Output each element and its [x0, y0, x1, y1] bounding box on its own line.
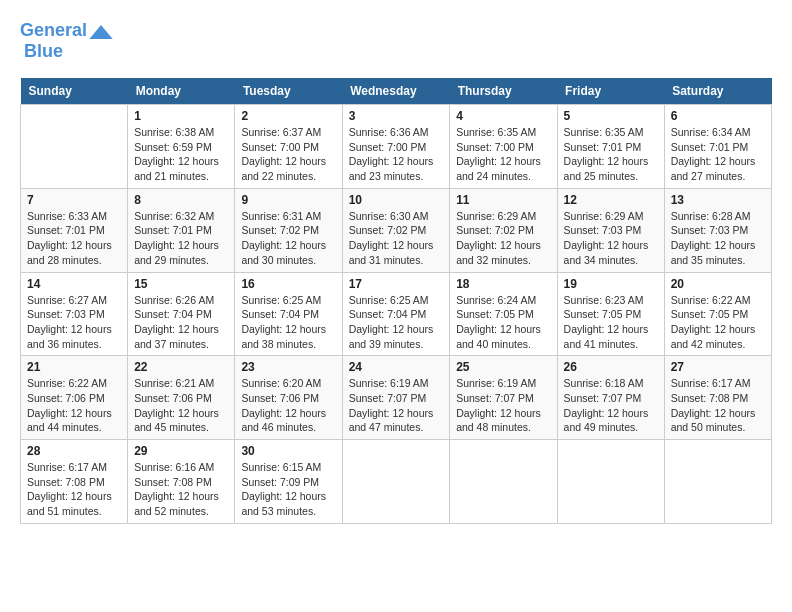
calendar-cell: 20Sunrise: 6:22 AM Sunset: 7:05 PM Dayli…	[664, 272, 771, 356]
day-info: Sunrise: 6:26 AM Sunset: 7:04 PM Dayligh…	[134, 293, 228, 352]
calendar-cell: 28Sunrise: 6:17 AM Sunset: 7:08 PM Dayli…	[21, 440, 128, 524]
calendar-cell: 9Sunrise: 6:31 AM Sunset: 7:02 PM Daylig…	[235, 188, 342, 272]
day-number: 23	[241, 360, 335, 374]
day-info: Sunrise: 6:35 AM Sunset: 7:01 PM Dayligh…	[564, 125, 658, 184]
day-number: 8	[134, 193, 228, 207]
day-number: 22	[134, 360, 228, 374]
day-info: Sunrise: 6:23 AM Sunset: 7:05 PM Dayligh…	[564, 293, 658, 352]
calendar-cell: 24Sunrise: 6:19 AM Sunset: 7:07 PM Dayli…	[342, 356, 450, 440]
day-number: 26	[564, 360, 658, 374]
day-info: Sunrise: 6:30 AM Sunset: 7:02 PM Dayligh…	[349, 209, 444, 268]
logo-blue-text: Blue	[24, 41, 63, 61]
day-number: 17	[349, 277, 444, 291]
calendar-cell	[557, 440, 664, 524]
calendar-table: SundayMondayTuesdayWednesdayThursdayFrid…	[20, 78, 772, 524]
page-header: General Blue	[20, 20, 772, 62]
day-number: 28	[27, 444, 121, 458]
column-header-tuesday: Tuesday	[235, 78, 342, 105]
day-number: 10	[349, 193, 444, 207]
day-number: 6	[671, 109, 765, 123]
day-info: Sunrise: 6:28 AM Sunset: 7:03 PM Dayligh…	[671, 209, 765, 268]
column-header-sunday: Sunday	[21, 78, 128, 105]
day-number: 12	[564, 193, 658, 207]
calendar-cell: 21Sunrise: 6:22 AM Sunset: 7:06 PM Dayli…	[21, 356, 128, 440]
day-info: Sunrise: 6:25 AM Sunset: 7:04 PM Dayligh…	[349, 293, 444, 352]
day-number: 13	[671, 193, 765, 207]
calendar-cell: 13Sunrise: 6:28 AM Sunset: 7:03 PM Dayli…	[664, 188, 771, 272]
calendar-cell: 10Sunrise: 6:30 AM Sunset: 7:02 PM Dayli…	[342, 188, 450, 272]
day-number: 9	[241, 193, 335, 207]
day-number: 24	[349, 360, 444, 374]
calendar-cell: 5Sunrise: 6:35 AM Sunset: 7:01 PM Daylig…	[557, 105, 664, 189]
calendar-cell: 26Sunrise: 6:18 AM Sunset: 7:07 PM Dayli…	[557, 356, 664, 440]
calendar-cell: 15Sunrise: 6:26 AM Sunset: 7:04 PM Dayli…	[128, 272, 235, 356]
day-info: Sunrise: 6:22 AM Sunset: 7:06 PM Dayligh…	[27, 376, 121, 435]
column-header-friday: Friday	[557, 78, 664, 105]
calendar-cell: 4Sunrise: 6:35 AM Sunset: 7:00 PM Daylig…	[450, 105, 557, 189]
day-number: 29	[134, 444, 228, 458]
calendar-cell	[21, 105, 128, 189]
day-number: 16	[241, 277, 335, 291]
calendar-week-row: 28Sunrise: 6:17 AM Sunset: 7:08 PM Dayli…	[21, 440, 772, 524]
day-number: 15	[134, 277, 228, 291]
day-info: Sunrise: 6:36 AM Sunset: 7:00 PM Dayligh…	[349, 125, 444, 184]
day-number: 25	[456, 360, 550, 374]
calendar-week-row: 21Sunrise: 6:22 AM Sunset: 7:06 PM Dayli…	[21, 356, 772, 440]
day-number: 2	[241, 109, 335, 123]
calendar-header-row: SundayMondayTuesdayWednesdayThursdayFrid…	[21, 78, 772, 105]
day-number: 1	[134, 109, 228, 123]
day-info: Sunrise: 6:24 AM Sunset: 7:05 PM Dayligh…	[456, 293, 550, 352]
calendar-cell: 25Sunrise: 6:19 AM Sunset: 7:07 PM Dayli…	[450, 356, 557, 440]
calendar-cell: 30Sunrise: 6:15 AM Sunset: 7:09 PM Dayli…	[235, 440, 342, 524]
day-number: 21	[27, 360, 121, 374]
day-info: Sunrise: 6:22 AM Sunset: 7:05 PM Dayligh…	[671, 293, 765, 352]
day-info: Sunrise: 6:31 AM Sunset: 7:02 PM Dayligh…	[241, 209, 335, 268]
calendar-cell: 2Sunrise: 6:37 AM Sunset: 7:00 PM Daylig…	[235, 105, 342, 189]
day-number: 7	[27, 193, 121, 207]
logo-text: General	[20, 20, 87, 41]
logo: General Blue	[20, 20, 113, 62]
calendar-cell: 11Sunrise: 6:29 AM Sunset: 7:02 PM Dayli…	[450, 188, 557, 272]
calendar-cell: 29Sunrise: 6:16 AM Sunset: 7:08 PM Dayli…	[128, 440, 235, 524]
column-header-saturday: Saturday	[664, 78, 771, 105]
logo-icon	[89, 25, 113, 39]
day-number: 27	[671, 360, 765, 374]
svg-marker-0	[89, 25, 112, 39]
calendar-cell: 7Sunrise: 6:33 AM Sunset: 7:01 PM Daylig…	[21, 188, 128, 272]
day-info: Sunrise: 6:32 AM Sunset: 7:01 PM Dayligh…	[134, 209, 228, 268]
day-number: 11	[456, 193, 550, 207]
calendar-cell: 14Sunrise: 6:27 AM Sunset: 7:03 PM Dayli…	[21, 272, 128, 356]
column-header-monday: Monday	[128, 78, 235, 105]
day-number: 19	[564, 277, 658, 291]
day-info: Sunrise: 6:17 AM Sunset: 7:08 PM Dayligh…	[27, 460, 121, 519]
calendar-cell: 18Sunrise: 6:24 AM Sunset: 7:05 PM Dayli…	[450, 272, 557, 356]
day-info: Sunrise: 6:21 AM Sunset: 7:06 PM Dayligh…	[134, 376, 228, 435]
day-info: Sunrise: 6:16 AM Sunset: 7:08 PM Dayligh…	[134, 460, 228, 519]
day-info: Sunrise: 6:18 AM Sunset: 7:07 PM Dayligh…	[564, 376, 658, 435]
calendar-cell: 19Sunrise: 6:23 AM Sunset: 7:05 PM Dayli…	[557, 272, 664, 356]
day-info: Sunrise: 6:20 AM Sunset: 7:06 PM Dayligh…	[241, 376, 335, 435]
calendar-week-row: 14Sunrise: 6:27 AM Sunset: 7:03 PM Dayli…	[21, 272, 772, 356]
day-info: Sunrise: 6:19 AM Sunset: 7:07 PM Dayligh…	[456, 376, 550, 435]
day-number: 30	[241, 444, 335, 458]
day-info: Sunrise: 6:34 AM Sunset: 7:01 PM Dayligh…	[671, 125, 765, 184]
calendar-cell: 16Sunrise: 6:25 AM Sunset: 7:04 PM Dayli…	[235, 272, 342, 356]
day-info: Sunrise: 6:29 AM Sunset: 7:03 PM Dayligh…	[564, 209, 658, 268]
day-number: 18	[456, 277, 550, 291]
day-info: Sunrise: 6:29 AM Sunset: 7:02 PM Dayligh…	[456, 209, 550, 268]
calendar-cell	[450, 440, 557, 524]
day-info: Sunrise: 6:27 AM Sunset: 7:03 PM Dayligh…	[27, 293, 121, 352]
calendar-week-row: 1Sunrise: 6:38 AM Sunset: 6:59 PM Daylig…	[21, 105, 772, 189]
day-info: Sunrise: 6:15 AM Sunset: 7:09 PM Dayligh…	[241, 460, 335, 519]
calendar-cell: 8Sunrise: 6:32 AM Sunset: 7:01 PM Daylig…	[128, 188, 235, 272]
calendar-cell	[664, 440, 771, 524]
calendar-cell	[342, 440, 450, 524]
calendar-cell: 23Sunrise: 6:20 AM Sunset: 7:06 PM Dayli…	[235, 356, 342, 440]
day-info: Sunrise: 6:19 AM Sunset: 7:07 PM Dayligh…	[349, 376, 444, 435]
calendar-cell: 6Sunrise: 6:34 AM Sunset: 7:01 PM Daylig…	[664, 105, 771, 189]
day-info: Sunrise: 6:38 AM Sunset: 6:59 PM Dayligh…	[134, 125, 228, 184]
column-header-thursday: Thursday	[450, 78, 557, 105]
calendar-cell: 27Sunrise: 6:17 AM Sunset: 7:08 PM Dayli…	[664, 356, 771, 440]
day-info: Sunrise: 6:33 AM Sunset: 7:01 PM Dayligh…	[27, 209, 121, 268]
calendar-cell: 17Sunrise: 6:25 AM Sunset: 7:04 PM Dayli…	[342, 272, 450, 356]
